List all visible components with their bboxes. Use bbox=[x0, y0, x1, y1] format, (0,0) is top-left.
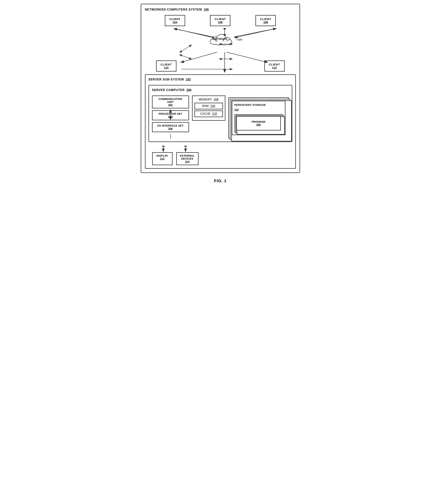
io-interface-label: I/O INTERFACE SET bbox=[155, 124, 186, 127]
external-devices-label: EXTERNALDEVICES bbox=[179, 154, 196, 160]
client-104-label: CLIENT bbox=[169, 17, 180, 21]
server-left-col: COMMUNICATIONUNIT 202 bbox=[152, 96, 189, 139]
client-104-box: CLIENT 104 bbox=[165, 15, 185, 26]
ram-box: RAM 230 bbox=[194, 103, 223, 109]
cloud-shape bbox=[210, 34, 232, 45]
processor-set-ref: 204 bbox=[155, 115, 186, 118]
server-subsystem-box: SERVER SUB-SYSTEM 102 SERVER COMPUTER 20… bbox=[145, 74, 296, 169]
client-108-label: CLIENT bbox=[260, 17, 271, 21]
arrow-network-to-110 bbox=[181, 52, 217, 62]
server-right-col: PERSISTENT STORAGE 210 bbox=[228, 96, 289, 139]
cache-ref: 232 bbox=[212, 112, 217, 115]
server-subsystem-label: SERVER SUB-SYSTEM bbox=[148, 78, 184, 81]
client-108-ref: 108 bbox=[263, 21, 268, 24]
external-devices-box: EXTERNALDEVICES 214 bbox=[176, 152, 198, 165]
memory-box: MEMORY 208 RAM 230 CACHE 232 bbox=[192, 96, 225, 121]
arrow-network-to-112 bbox=[226, 52, 267, 62]
top-clients-row: CLIENT 104 CLIENT 106 CLIENT 108 bbox=[145, 15, 296, 26]
network-ref: —114 bbox=[235, 38, 242, 41]
processor-set-label: PROCESSOR SET bbox=[155, 112, 186, 115]
cache-label: CACHE bbox=[200, 112, 210, 115]
network-area: NETWORK —114 bbox=[145, 28, 296, 50]
outer-system-ref: 100 bbox=[204, 8, 209, 11]
memory-header: MEMORY 208 bbox=[194, 98, 223, 101]
persistent-storage-label: PERSISTENT STORAGE bbox=[235, 103, 266, 106]
io-interface-ref: 206 bbox=[155, 127, 186, 130]
client-106-label: CLIENT bbox=[215, 17, 226, 21]
bottom-devices-area: DISPLAY 212 EXTERNALDEVICES 214 bbox=[148, 146, 292, 165]
cache-box: CACHE 232 bbox=[194, 111, 223, 117]
client-104-ref: 104 bbox=[173, 21, 177, 24]
program-stack: PROGRAM 300 bbox=[235, 114, 283, 132]
persistent-storage-stack: PERSISTENT STORAGE 210 bbox=[228, 97, 289, 139]
comm-unit-box: COMMUNICATIONUNIT 202 bbox=[152, 96, 189, 109]
external-devices-ref: 214 bbox=[179, 160, 196, 163]
display-label: DISPLAY bbox=[155, 154, 170, 157]
figure-caption: FIG. 1 bbox=[141, 178, 300, 183]
outer-system-label: NETWORKED COMPUTERS SYSTEM bbox=[145, 8, 202, 11]
display-box: DISPLAY 212 bbox=[152, 152, 173, 165]
ram-label: RAM bbox=[202, 104, 209, 108]
program-ref: 300 bbox=[240, 123, 276, 126]
processor-set-box: PROCESSOR SET 204 bbox=[152, 110, 189, 120]
comm-unit-ref: 202 bbox=[155, 103, 186, 106]
main-diagram: NETWORKED COMPUTERS SYSTEM 100 CLIENT 10… bbox=[141, 4, 300, 183]
memory-label: MEMORY bbox=[199, 98, 212, 101]
display-ref: 212 bbox=[155, 157, 170, 160]
persistent-storage-front: PERSISTENT STORAGE 210 bbox=[232, 101, 286, 135]
server-computer-ref: 200 bbox=[187, 88, 192, 92]
network-cloud-svg bbox=[206, 31, 235, 47]
networked-computers-system-box: NETWORKED COMPUTERS SYSTEM 100 CLIENT 10… bbox=[141, 4, 300, 173]
comm-unit-label: COMMUNICATIONUNIT bbox=[155, 97, 186, 103]
client-106-box: CLIENT 106 bbox=[210, 15, 230, 26]
network-cloud-container: NETWORK bbox=[206, 31, 235, 47]
program-label: PROGRAM bbox=[240, 120, 276, 123]
io-interface-box: I/O INTERFACE SET 206 bbox=[152, 122, 189, 132]
bottom-arrows-svg bbox=[145, 52, 296, 72]
server-subsystem-ref: 102 bbox=[186, 78, 191, 81]
program-box: PROGRAM 300 bbox=[236, 116, 281, 130]
server-inner-layout: COMMUNICATIONUNIT 202 bbox=[152, 96, 289, 139]
server-computer-label: SERVER COMPUTER bbox=[152, 88, 185, 92]
arrow-network-to-108 bbox=[234, 29, 276, 37]
bottom-clients-area: CLIENT 110 CLIENT 112 bbox=[145, 52, 296, 72]
bottom-devices-row: DISPLAY 212 EXTERNALDEVICES 214 bbox=[148, 146, 292, 165]
ram-ref: 230 bbox=[210, 104, 215, 108]
server-middle-col: MEMORY 208 RAM 230 CACHE 232 bbox=[192, 96, 225, 139]
client-108-box: CLIENT 108 bbox=[256, 15, 276, 26]
client-106-ref: 106 bbox=[218, 21, 223, 24]
persistent-storage-ref: 210 bbox=[235, 108, 239, 111]
persistent-storage-header: PERSISTENT STORAGE 210 bbox=[235, 103, 283, 111]
memory-ref: 208 bbox=[213, 98, 219, 101]
server-computer-box: SERVER COMPUTER 200 COMMUNICATIONUNIT 20… bbox=[148, 85, 292, 142]
